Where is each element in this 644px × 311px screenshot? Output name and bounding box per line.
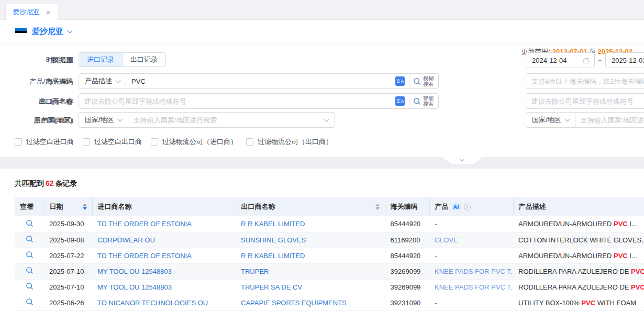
exporter-field[interactable] [526, 93, 644, 109]
results-panel: 共匹配到62条记录 查看 日期 进口商名称 出口商名称 [0, 169, 644, 311]
hscode-input[interactable] [526, 77, 644, 85]
importer-input[interactable] [79, 97, 395, 105]
product-cell: KNEE PADS FOR PVC T... [429, 279, 513, 295]
col-date-sortable[interactable]: 日期 [44, 197, 92, 216]
checkbox[interactable] [246, 138, 253, 146]
col-view: 查看 [15, 197, 44, 216]
hscode-field[interactable] [526, 73, 644, 89]
exporter-link[interactable]: R R KABEL LIMITED [241, 252, 305, 260]
export-records-button[interactable]: 出口记录 [122, 53, 165, 66]
exporter-label: 出口商名称 [0, 97, 73, 106]
calendar-icon[interactable] [583, 57, 590, 64]
checkbox[interactable] [151, 138, 158, 146]
view-magnifier-icon [26, 251, 34, 259]
tab-bar: 爱沙尼亚 × [0, 0, 644, 20]
importer-link[interactable]: TO NICANOR TECHNOLOGIES OU [97, 299, 208, 307]
product-search-input[interactable] [126, 77, 395, 85]
description-text: ARMOURED/UN-ARMOURED [518, 252, 614, 260]
exporter-link[interactable]: TRUPER [241, 268, 269, 275]
view-record-button[interactable] [26, 237, 34, 245]
smart-search-button[interactable]: 智能搜索 [409, 94, 438, 108]
date-start-field[interactable] [526, 52, 595, 68]
date-start-input[interactable] [531, 56, 583, 65]
destination-country-select[interactable]: 国家/地区 [526, 113, 575, 127]
origin-country-select[interactable]: 国家/地区 [79, 113, 128, 127]
time-range-label: 时间范围 [0, 55, 73, 65]
importer-link[interactable]: TO THE ORDER OF ESTONIA [97, 220, 192, 228]
view-record-button[interactable] [26, 284, 34, 292]
product-link[interactable]: KNEE PADS FOR PVC T... [435, 268, 513, 275]
country-header: 爱沙尼亚 [0, 20, 644, 44]
col-product: 产品 AI i [429, 197, 513, 216]
tab-title: 爱沙尼亚 [13, 7, 40, 17]
exporter-cell: SUNSHINE GLOVES [236, 232, 385, 248]
import-records-button[interactable]: 进口记录 [79, 53, 122, 66]
summary-suffix: 条记录 [55, 179, 77, 187]
origin-input[interactable] [128, 116, 325, 124]
date-cell: 2025-07-22 [44, 248, 92, 263]
table-row: 2025-06-26TO NICANOR TECHNOLOGIES OUCAPA… [15, 295, 644, 310]
chevron-down-icon[interactable] [68, 28, 73, 34]
checkbox[interactable] [83, 138, 90, 146]
col-exporter-sortable[interactable]: 出口商名称 [236, 197, 385, 216]
date-cell: 2025-09-08 [44, 232, 92, 248]
importer-link[interactable]: MY TOOL OU 12548803 [97, 283, 172, 291]
filter-checkbox-item[interactable]: 过滤物流公司（出口商） [246, 137, 332, 147]
info-icon[interactable]: i [464, 204, 471, 210]
checkbox[interactable] [15, 138, 22, 146]
description-text: I... [628, 220, 637, 228]
view-cell [15, 248, 44, 263]
exporter-link[interactable]: SUNSHINE GLOVES [241, 236, 306, 244]
importer-search-group: 文A 智能搜索 [79, 93, 439, 109]
importer-link[interactable]: TO THE ORDER OF ESTONIA [97, 252, 192, 260]
view-record-button[interactable] [26, 268, 34, 276]
destination-label: 目的国(地区) [0, 116, 73, 125]
exporter-cell: TRUPER SA DE CV [236, 279, 385, 295]
description-cell: COTTON INTERLOCK WHITE GLOVES... [513, 232, 644, 248]
date-end-field[interactable] [605, 52, 644, 68]
view-record-button[interactable] [26, 252, 34, 260]
table-body: 2025-09-30TO THE ORDER OF ESTONIAR R KAB… [15, 216, 644, 310]
view-cell [15, 279, 44, 295]
keyword-highlight: PVC [631, 283, 644, 291]
exporter-link[interactable]: TRUPER SA DE CV [241, 283, 302, 291]
product-type-select[interactable]: 产品描述 [79, 74, 126, 88]
description-text: RODILLERA PARA AZULEJERO DE [518, 283, 631, 291]
sort-icon[interactable] [375, 204, 380, 210]
view-record-button[interactable] [26, 221, 34, 229]
filter-checkbox-item[interactable]: 过滤物流公司（进口商） [151, 137, 237, 147]
product-link[interactable]: KNEE PADS FOR PVC T... [435, 283, 513, 291]
collapse-panel-toggle[interactable] [442, 157, 482, 164]
sort-icon[interactable] [83, 204, 87, 210]
filter-checkbox-item[interactable]: 过滤空白出口商 [83, 137, 142, 147]
ai-badge: AI [452, 203, 461, 210]
fuzzy-search-button[interactable]: 模糊搜索 [409, 74, 438, 88]
description-text: ARMOURED/UN-ARMOURED [518, 220, 614, 228]
importer-cell: TO THE ORDER OF ESTONIA [92, 248, 236, 263]
destination-group: 国家/地区 [526, 112, 644, 128]
translate-icon[interactable]: 文A [395, 96, 405, 106]
product-cell: - [429, 295, 513, 310]
exporter-link[interactable]: R R KABEL LIMITED [241, 220, 305, 228]
filter-checkbox-item[interactable]: 过滤空白进口商 [15, 137, 74, 147]
date-cell: 2025-07-10 [44, 279, 92, 295]
view-record-button[interactable] [26, 299, 34, 307]
product-cell: GLOVE [429, 232, 513, 248]
country-selector[interactable]: 爱沙尼亚 [32, 27, 63, 37]
exporter-input[interactable] [526, 97, 644, 105]
destination-input[interactable] [575, 116, 644, 124]
date-end-input[interactable] [610, 56, 644, 65]
tab-estonia[interactable]: 爱沙尼亚 × [5, 4, 58, 20]
close-icon[interactable]: × [46, 8, 51, 16]
chevron-down-icon [564, 116, 570, 121]
date-separator: – [598, 56, 602, 64]
chevron-down-icon[interactable] [324, 116, 329, 121]
translate-icon[interactable]: 文A [395, 76, 405, 86]
product-link[interactable]: GLOVE [435, 236, 458, 244]
exporter-link[interactable]: CAPAPIE SPORTS EQUIPMENTS [241, 299, 347, 307]
importer-link[interactable]: CORPOWEAR OU [97, 236, 155, 244]
table-row: 2025-07-22TO THE ORDER OF ESTONIAR R KAB… [15, 248, 644, 263]
importer-link[interactable]: MY TOOL OU 12548803 [97, 268, 172, 275]
view-magnifier-icon [26, 219, 34, 227]
datasource-segment: 进口记录 出口记录 [79, 52, 166, 67]
